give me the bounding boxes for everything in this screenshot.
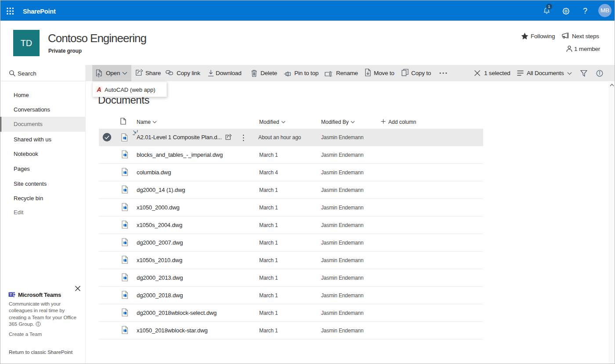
svg-text:T: T (10, 292, 12, 297)
